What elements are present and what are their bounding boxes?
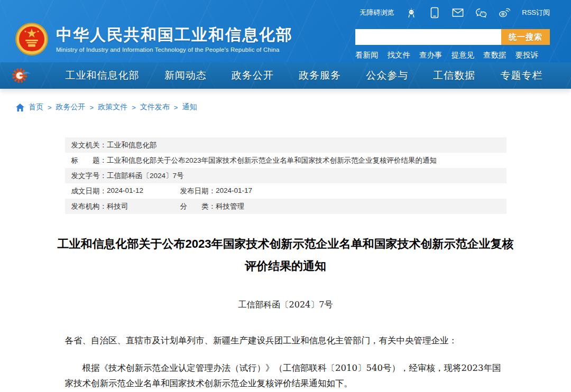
breadcrumb-file-release[interactable]: 文件发布 (140, 102, 170, 112)
nav-item-news[interactable]: 新闻动态 (164, 69, 207, 82)
mobile-icon[interactable] (429, 7, 440, 18)
quick-link-data[interactable]: 查数据 (483, 50, 506, 60)
mail-icon[interactable] (452, 7, 464, 18)
meta-value: 工信部科函〔2024〕7号 (107, 171, 184, 181)
nav-item-miit[interactable]: 工业和信息化部 (66, 69, 140, 82)
accessibility-link[interactable]: 无障碍浏览 (360, 8, 394, 17)
meta-label: 分 类： (180, 202, 216, 211)
meta-row-document-number: 发文字号： 工信部科函〔2024〕7号 (65, 168, 506, 183)
site-header: 无障碍浏览 (0, 0, 571, 62)
meta-label: 标 题： (71, 156, 107, 165)
utility-bar: 无障碍浏览 (360, 7, 550, 18)
meta-label: 发布日期： (180, 186, 216, 196)
site-subtitle: Ministry of Industry and Information Tec… (56, 46, 293, 53)
breadcrumb-separator: > (132, 104, 136, 111)
meta-label: 发文字号： (71, 171, 107, 181)
meta-row-title: 标 题： 工业和信息化部关于公布2023年国家技术创新示范企业名单和国家技术创新… (65, 153, 506, 168)
meta-value: 科技司 (107, 202, 128, 211)
weibo-icon[interactable] (499, 7, 510, 18)
search-button[interactable]: 统一搜索 (501, 29, 550, 45)
mascot-icon[interactable] (406, 7, 417, 18)
quick-link-complaint[interactable]: 要投诉 (515, 50, 539, 60)
breadcrumb-separator: > (174, 104, 178, 111)
document-number: 工信部科函〔2024〕7号 (65, 300, 506, 311)
meta-value: 2024-01-17 (216, 186, 252, 196)
quick-link-feedback[interactable]: 提意见 (452, 50, 475, 60)
breadcrumb-separator: > (90, 104, 94, 111)
nav-item-miit-data[interactable]: 工信数据 (433, 69, 475, 82)
quick-links: 看新闻 找文件 查办事 提意见 查数据 要投诉 (355, 50, 550, 60)
document-content: 发文机关： 工业和信息化部 标 题： 工业和信息化部关于公布2023年国家技术创… (65, 137, 506, 391)
meta-value: 科技管理 (216, 202, 244, 211)
main-navbar: 工业和信息化部 新闻动态 政务公开 政务服务 公众参与 工信数据 专题专栏 (0, 62, 571, 89)
quick-link-news[interactable]: 看新闻 (355, 50, 379, 60)
meta-row-dates: 成文日期： 2024-01-12 发布日期： 2024-01-17 (65, 183, 506, 199)
wechat-icon[interactable] (475, 7, 487, 18)
site-title: 中华人民共和国工业和信息化部 (56, 25, 293, 44)
quick-link-files[interactable]: 找文件 (388, 50, 411, 60)
site-brand: 中华人民共和国工业和信息化部 Ministry of Industry and … (15, 22, 293, 56)
nav-item-special-topics[interactable]: 专题专栏 (500, 69, 542, 82)
meta-value: 2024-01-12 (107, 186, 143, 196)
nav-item-gov-info[interactable]: 政务公开 (232, 69, 274, 82)
search-input[interactable] (355, 29, 501, 45)
document-paragraph: 根据《技术创新示范企业认定管理办法（试行）》（工信部联科〔2010〕540号），… (65, 360, 506, 391)
document-salutation: 各省、自治区、直辖市及计划单列市、新疆生产建设兵团工业和信息化主管部门，有关中央… (65, 333, 506, 348)
meta-value: 工业和信息化部 (107, 141, 157, 150)
national-emblem-icon (15, 22, 49, 56)
nav-item-gov-services[interactable]: 政务服务 (299, 69, 341, 82)
meta-label: 发文机关： (71, 141, 107, 150)
home-icon[interactable] (16, 104, 24, 111)
meta-row-issuing-authority: 发文机关： 工业和信息化部 (65, 137, 506, 153)
rss-link[interactable]: RSS订阅 (522, 8, 550, 17)
meta-row-publisher-category: 发布机构： 科技司 分 类： 科技管理 (65, 199, 506, 214)
nav-items: 工业和信息化部 新闻动态 政务公开 政务服务 公众参与 工信数据 专题专栏 (32, 69, 571, 82)
search-area: 统一搜索 看新闻 找文件 查办事 提意见 查数据 要投诉 (355, 29, 550, 60)
breadcrumb: 首页 > 政务公开 > 政策文件 > 文件发布 > 通知 (16, 102, 571, 112)
breadcrumb-policy-files[interactable]: 政策文件 (98, 102, 127, 112)
document-body: 各省、自治区、直辖市及计划单列市、新疆生产建设兵团工业和信息化主管部门，有关中央… (65, 333, 506, 391)
meta-label: 发布机构： (71, 202, 107, 211)
miit-gear-logo-icon (11, 66, 32, 85)
meta-value: 工业和信息化部关于公布2023年国家技术创新示范企业名单和国家技术创新示范企业复… (107, 156, 437, 165)
nav-item-public-participation[interactable]: 公众参与 (366, 69, 408, 82)
breadcrumb-gov-info[interactable]: 政务公开 (56, 102, 86, 112)
breadcrumb-home[interactable]: 首页 (29, 102, 43, 112)
document-meta-table: 发文机关： 工业和信息化部 标 题： 工业和信息化部关于公布2023年国家技术创… (65, 137, 506, 214)
meta-label: 成文日期： (71, 186, 107, 196)
breadcrumb-notice[interactable]: 通知 (182, 102, 197, 112)
document-title: 工业和信息化部关于公布2023年国家技术创新示范企业名单和国家技术创新示范企业复… (58, 233, 514, 277)
quick-link-services[interactable]: 查办事 (419, 50, 443, 60)
breadcrumb-separator: > (48, 104, 52, 111)
